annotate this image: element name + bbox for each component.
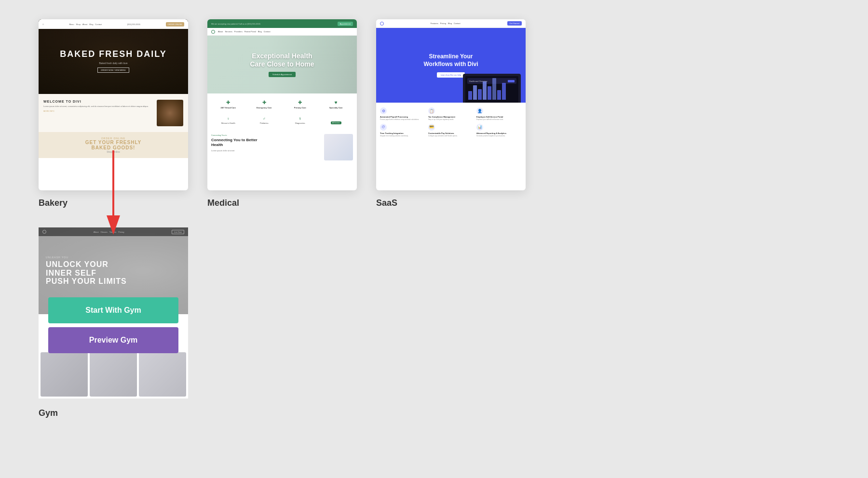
gym-logo [42, 230, 46, 234]
main-container: ○ Menu Shop About Blog Contact (555) 555… [0, 0, 868, 478]
saas-feature-desc: Empower your staff with self-service too… [476, 119, 522, 121]
saas-bar [473, 85, 477, 100]
gym-card: About Classes Trainers Pricing Join Now [39, 227, 188, 418]
medical-service-card: ✚ 24/7 Virtual Care [211, 97, 245, 111]
saas-nav: Features Pricing Blog Contact Get Starte… [376, 19, 526, 28]
medical-hero: Exceptional HealthCare Close to Home Sch… [207, 36, 357, 93]
medical-nav-link: Patient Portal [244, 30, 256, 33]
bakery-hero-button[interactable]: ORDER NOW / VIEW MENU [97, 67, 129, 73]
saas-label: SaaS [376, 198, 397, 208]
medical-card2-title: Pediatrics [249, 122, 280, 124]
medical-card2-title: Women's Health [213, 122, 244, 124]
medical-nav-link: About [218, 30, 223, 33]
bakery-desc: Lorem ipsum dolor sit amet, consectetur … [43, 105, 153, 108]
virtual-care-icon: ✚ [225, 99, 231, 105]
saas-preview: Features Pricing Blog Contact Get Starte… [376, 19, 526, 190]
saas-bar [497, 90, 501, 100]
medical-card-title: Primary Care [285, 106, 315, 109]
medical-nav-links: About Services Providers Patient Portal … [218, 30, 271, 33]
saas-feature-title: Advanced Reporting & Analytics [476, 132, 522, 134]
gym-label: Gym [39, 408, 58, 418]
self-service-icon: 👤 [476, 107, 483, 114]
saas-hero-title: Streamline YourWorkflows with Divi [423, 53, 478, 68]
saas-feature-item: 👤 Employee Self-Service Portal Empower y… [476, 107, 522, 121]
saas-logo [380, 22, 384, 26]
emergency-care-icon: ✚ [261, 99, 267, 105]
medical-section-title: Connecting You to BetterHealth [211, 138, 320, 148]
bakery-footer-sub: Shop Online [43, 150, 183, 153]
bakery-nav-links: Menu Shop About Blog Contact [69, 23, 102, 26]
gym-nav-link: Trainers [109, 231, 117, 233]
medical-logo [211, 30, 215, 34]
saas-hero-button[interactable]: Learn how Divi can help [437, 72, 465, 78]
medical-card-title: Emergency Care [249, 106, 280, 109]
saas-bar [478, 89, 482, 100]
medical-hero-content: Exceptional HealthCare Close to Home Sch… [250, 52, 314, 77]
gym-buttons-overlay: Start With Gym Preview Gym [39, 297, 188, 353]
bakery-hero-title: BAKED FRESH DAILY [60, 49, 166, 60]
preview-gym-button[interactable]: Preview Gym [48, 327, 178, 353]
saas-bar [483, 81, 487, 100]
medical-hero-title: Exceptional HealthCare Close to Home [250, 52, 314, 68]
gym-nav: About Classes Trainers Pricing Join Now [39, 227, 188, 236]
bakery-phone: (555) 555-5555 [127, 23, 140, 26]
bakery-hero-subtitle: Baked fresh daily with love [99, 62, 127, 65]
medical-top-btn[interactable]: Appointment [338, 22, 353, 26]
saas-feature-item: ⚙ Automated Payroll Processing Process p… [380, 107, 425, 121]
saas-nav-link: Pricing [440, 22, 446, 25]
compliance-icon: 📋 [428, 107, 435, 114]
medical-service-card2: ♂ Pediatrics [247, 115, 282, 127]
saas-bar [468, 91, 472, 100]
specialty-care-icon: ♥ [333, 99, 339, 105]
medical-nav-link: Contact [264, 30, 271, 33]
medical-services-row1: ✚ 24/7 Virtual Care ✚ Emergency Care ✚ P… [207, 93, 357, 115]
medical-label: Medical [207, 198, 239, 208]
medical-main-nav: About Services Providers Patient Portal … [207, 28, 357, 36]
gym-nav-link: About [94, 231, 98, 233]
medical-section-text: Connecting You to Connecting You to Bett… [211, 134, 320, 160]
saas-nav-button[interactable]: Get Started [507, 21, 522, 26]
medical-all-services-btn[interactable]: All Services [331, 121, 341, 124]
saas-bar-chart [467, 85, 516, 100]
bakery-logo: ○ [42, 23, 44, 26]
start-with-gym-button[interactable]: Start With Gym [48, 297, 178, 323]
medical-section-tag: Connecting You to [211, 134, 320, 136]
reporting-icon: 📊 [476, 124, 483, 131]
bakery-body: WELCOME TO DIVI Lorem ipsum dolor sit am… [39, 94, 188, 132]
saas-feature-item: 📋 Tax Compliance Management Stay on top … [428, 107, 474, 121]
saas-feature-desc: Integrate time tracking solutions seamle… [380, 135, 425, 137]
medical-hero-button[interactable]: Schedule Appointment [269, 72, 296, 77]
medical-service-card: ♥ Specialty Care [319, 97, 353, 111]
medical-nav-link: Services [225, 30, 232, 33]
saas-feature-desc: Configure pay schedules with flexible op… [428, 135, 474, 137]
bakery-nav-link: About [82, 23, 87, 26]
bakery-nav-link: Blog [89, 23, 93, 26]
gym-nav-button[interactable]: Join Now [172, 230, 184, 234]
saas-bar [488, 86, 491, 100]
medical-nav-link: Blog [258, 30, 262, 33]
saas-feature-title: Customizable Pay Solutions [428, 132, 474, 134]
bakery-footer: ORDER ONLINE GET YOUR FRESHLYBAKED GOODS… [39, 132, 188, 158]
saas-card: Features Pricing Blog Contact Get Starte… [376, 19, 526, 208]
saas-feature-item: 📊 Advanced Reporting & Analytics Generat… [476, 124, 522, 137]
saas-feature-title: Automated Payroll Processing [380, 116, 425, 118]
saas-feature-item: 💳 Customizable Pay Solutions Configure p… [428, 124, 474, 137]
bakery-nav-link: Contact [95, 23, 102, 26]
bakery-order-btn[interactable]: ORDER ONLINE [166, 22, 184, 27]
saas-dashboard-header: Dashboard Overview [467, 78, 516, 84]
bakery-more-link[interactable]: MORE INFO [43, 110, 153, 112]
gym-preview-wrapper: About Classes Trainers Pricing Join Now [39, 227, 188, 398]
pay-solutions-icon: 💳 [428, 124, 435, 131]
saas-bar [492, 78, 496, 100]
medical-services-row2: ♀ Women's Health ♂ Pediatrics ⚕ Diagnost… [207, 115, 357, 130]
top-row: ○ Menu Shop About Blog Contact (555) 555… [39, 19, 829, 208]
bakery-footer-title: GET YOUR FRESHLYBAKED GOODS! [43, 140, 183, 150]
pediatrics-icon: ♂ [249, 117, 280, 121]
medical-top-nav: We are accepting new patients! Call us a… [207, 19, 357, 28]
gym-nav-link: Classes [101, 231, 108, 233]
saas-feature-desc: Generate powerful insights for your busi… [476, 135, 522, 137]
womens-health-icon: ♀ [213, 117, 244, 121]
bakery-preview: ○ Menu Shop About Blog Contact (555) 555… [39, 19, 188, 190]
saas-bar [502, 83, 506, 100]
medical-card-title: 24/7 Virtual Care [213, 106, 244, 109]
